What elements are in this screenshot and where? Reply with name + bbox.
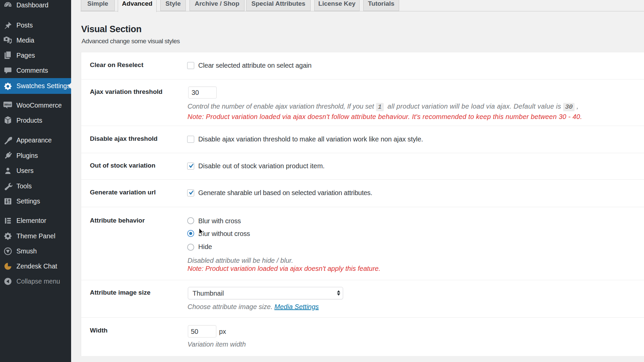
svg-text:Woo: Woo bbox=[4, 103, 11, 106]
